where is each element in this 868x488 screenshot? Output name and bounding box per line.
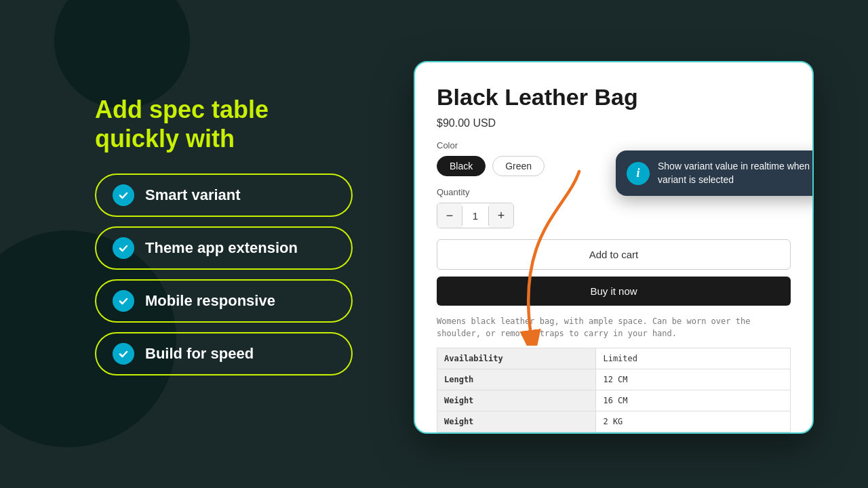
spec-value: 12 CM [596,369,791,390]
table-row: Weight 16 CM [437,390,791,411]
check-icon-mobile-responsive [113,290,134,312]
spec-key: Weight [437,390,596,411]
color-green[interactable]: Green [492,156,545,176]
color-label: Color [437,140,791,150]
spec-value: 16 CM [596,390,791,411]
spec-table: Availability Limited Length 12 CM Weight… [437,348,791,432]
table-row: Length 12 CM [437,369,791,390]
feature-list: Smart variant Theme app extension Mobile… [95,174,353,375]
spec-value: Limited [596,348,791,369]
feature-label-smart-variant: Smart variant [145,186,241,204]
feature-label-theme-app-extension: Theme app extension [145,239,298,257]
left-panel: Add spec table quickly with Smart varian… [95,95,353,375]
feature-smart-variant[interactable]: Smart variant [95,174,353,217]
add-to-cart-button[interactable]: Add to cart [437,239,791,270]
headline: Add spec table quickly with [95,95,353,153]
color-black[interactable]: Black [437,156,486,176]
product-title: Black Leather Bag [437,84,791,110]
tooltip-text: Show variant value in realtime when vari… [658,160,814,186]
check-icon-build-for-speed [113,343,134,365]
quantity-control: − 1 + [437,203,514,228]
product-card: Black Leather Bag $90.00 USD Color Black… [414,61,814,434]
info-icon: i [627,162,650,185]
check-icon-theme-app-extension [113,237,134,259]
feature-build-for-speed[interactable]: Build for speed [95,332,353,375]
tooltip-bubble: i Show variant value in realtime when va… [616,150,814,196]
spec-key: Weight [437,411,596,432]
quantity-decrease[interactable]: − [437,203,462,228]
spec-key: Length [437,369,596,390]
spec-key: Availability [437,348,596,369]
quantity-increase[interactable]: + [489,203,513,228]
table-row: Availability Limited [437,348,791,369]
check-icon-smart-variant [113,184,134,206]
quantity-value: 1 [462,206,489,226]
feature-mobile-responsive[interactable]: Mobile responsive [95,279,353,323]
table-row: Weight 2 KG [437,411,791,432]
feature-theme-app-extension[interactable]: Theme app extension [95,226,353,270]
buy-now-button[interactable]: Buy it now [437,277,791,306]
bg-circle-top [54,0,190,108]
product-price: $90.00 USD [437,117,791,129]
spec-value: 2 KG [596,411,791,432]
feature-label-mobile-responsive: Mobile responsive [145,292,275,310]
product-description: Womens black leather bag, with ample spa… [437,315,791,340]
feature-label-build-for-speed: Build for speed [145,345,254,363]
